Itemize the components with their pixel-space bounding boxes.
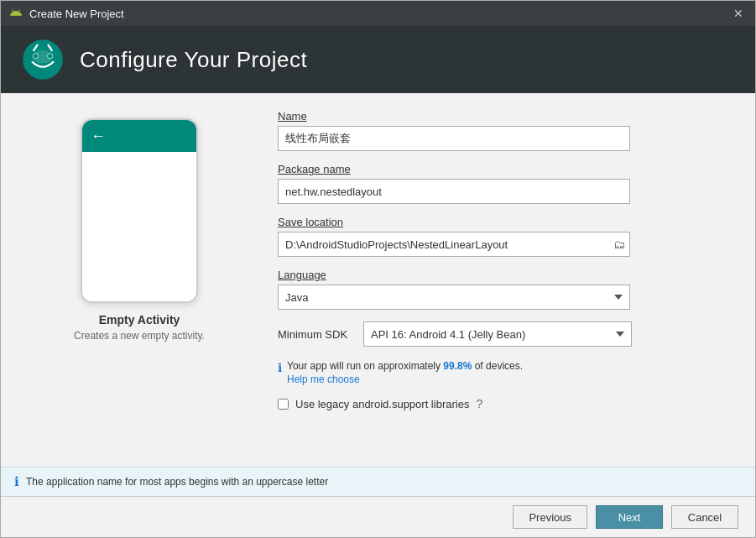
main-window: Create New Project ✕ Configure Your Proj… <box>0 0 756 538</box>
next-button[interactable]: Next <box>596 505 663 529</box>
right-panel: Name Package name Save location 🗂 Langua… <box>261 93 755 467</box>
language-group: Language Java Kotlin <box>278 269 722 310</box>
language-label: Language <box>278 269 722 281</box>
sdk-select[interactable]: API 16: Android 4.1 (Jelly Bean) API 17:… <box>363 321 632 347</box>
save-location-input[interactable] <box>278 232 630 257</box>
devices-info-prefix: Your app will run on approximately <box>287 360 443 372</box>
package-group: Package name <box>278 163 722 204</box>
package-input[interactable] <box>278 179 630 204</box>
title-bar-left: Create New Project <box>9 7 124 20</box>
legacy-help-icon[interactable]: ? <box>476 397 482 410</box>
sdk-label: Minimum SDK <box>278 328 353 341</box>
close-button[interactable]: ✕ <box>730 5 747 22</box>
legacy-checkbox-row: Use legacy android.support libraries ? <box>278 397 722 410</box>
name-label: Name <box>278 110 722 123</box>
left-panel: ← Empty Activity Creates a new empty act… <box>1 93 261 467</box>
cancel-button[interactable]: Cancel <box>671 505 738 529</box>
android-logo <box>21 38 65 81</box>
save-location-input-wrapper: 🗂 <box>278 232 630 257</box>
android-icon-title <box>9 7 23 20</box>
package-label: Package name <box>278 163 722 175</box>
svg-point-5 <box>48 54 52 58</box>
phone-preview: ← <box>81 118 198 303</box>
svg-point-4 <box>34 54 38 58</box>
title-bar-text: Create New Project <box>29 8 124 20</box>
info-banner: ℹ The application name for most apps beg… <box>1 467 755 496</box>
content-area: ← Empty Activity Creates a new empty act… <box>1 93 755 467</box>
devices-info-suffix: of devices. <box>472 360 523 372</box>
help-me-choose-link[interactable]: Help me choose <box>287 373 523 385</box>
activity-label: Empty Activity <box>99 313 180 326</box>
info-banner-icon: ℹ <box>14 474 19 489</box>
devices-info-text: Your app will run on approximately 99.8%… <box>287 360 523 385</box>
name-group: Name <box>278 110 722 151</box>
activity-desc: Creates a new empty activity. <box>74 330 205 342</box>
legacy-label[interactable]: Use legacy android.support libraries <box>295 398 469 410</box>
devices-percent: 99.8% <box>443 360 472 372</box>
name-input[interactable] <box>278 126 630 151</box>
header-title: Configure Your Project <box>80 47 307 73</box>
previous-button[interactable]: Previous <box>513 505 587 529</box>
sdk-row: Minimum SDK API 16: Android 4.1 (Jelly B… <box>278 321 722 347</box>
phone-top-bar: ← <box>82 120 196 152</box>
legacy-checkbox[interactable] <box>278 399 289 410</box>
phone-screen-content <box>82 152 196 301</box>
bottom-bar: Previous Next Cancel <box>1 496 755 537</box>
devices-info-row: ℹ Your app will run on approximately 99.… <box>278 360 722 385</box>
title-bar: Create New Project ✕ <box>1 1 755 26</box>
language-select[interactable]: Java Kotlin <box>278 285 630 310</box>
back-arrow-icon: ← <box>91 128 106 145</box>
save-location-label: Save location <box>278 216 722 228</box>
info-icon: ℹ <box>278 361 282 374</box>
save-location-group: Save location 🗂 <box>278 216 722 257</box>
header-banner: Configure Your Project <box>1 26 755 93</box>
info-banner-text: The application name for most apps begin… <box>26 476 328 488</box>
